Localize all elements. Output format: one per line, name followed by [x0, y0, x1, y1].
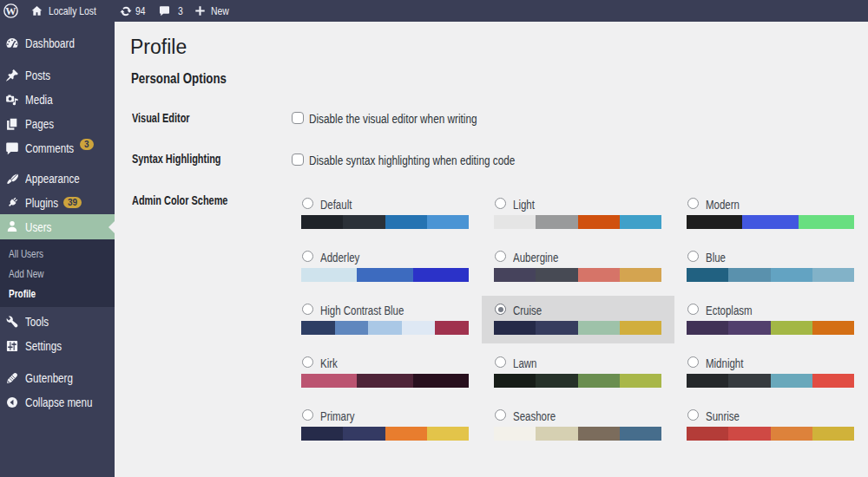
svg-text:W: W — [5, 5, 16, 17]
